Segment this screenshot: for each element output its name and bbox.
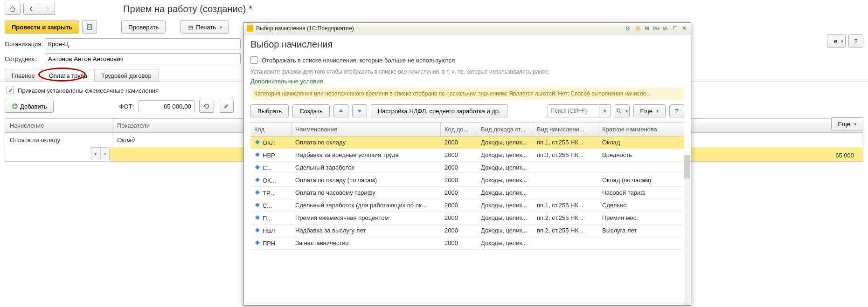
cell-kod: 2000 xyxy=(441,225,477,237)
col-accrual[interactable]: Начисление xyxy=(5,119,112,132)
svg-rect-1 xyxy=(88,27,91,29)
open-button[interactable]: ▫ xyxy=(100,147,110,160)
cell-kn: Оклад xyxy=(598,136,684,149)
list-item[interactable]: С...Сдельный заработок (для работающих п… xyxy=(250,199,684,212)
item-icon xyxy=(254,177,261,183)
create-button[interactable]: Создать xyxy=(292,104,329,117)
cell-kod: 2000 xyxy=(441,174,477,186)
emp-label: Сотрудник: xyxy=(5,55,45,62)
show-unused-checkbox[interactable] xyxy=(250,56,258,64)
cell-name: Премия ежемесячная процентом xyxy=(292,212,441,224)
amount-value: 65 000 xyxy=(835,152,854,159)
tab-pay[interactable]: Оплата труда xyxy=(42,69,94,82)
move-up-button[interactable] xyxy=(333,104,348,117)
move-down-button[interactable] xyxy=(352,104,367,117)
find-dropdown[interactable] xyxy=(615,104,630,117)
cell-vid: Доходы, целик... xyxy=(477,136,533,149)
col-kod[interactable]: Код до... xyxy=(441,123,477,136)
col-kn[interactable]: Краткое наименова xyxy=(598,123,684,136)
list-item[interactable]: ОК...Оплата по окладу (по часам)2000Дохо… xyxy=(250,174,684,187)
cell-kod: 2000 xyxy=(441,212,477,224)
close-icon[interactable]: ✕ xyxy=(681,25,688,32)
cell-name: Сдельный заработок xyxy=(292,162,441,174)
svg-rect-2 xyxy=(89,25,91,27)
cell-vn: пп.2, ст.255 НК... xyxy=(533,225,598,237)
calc2-icon[interactable]: ⊞ xyxy=(634,25,641,32)
cell-name: Надбавка за выслугу лет xyxy=(292,225,441,237)
list-item[interactable]: НВРНадбавка за вредные условия труда2000… xyxy=(250,149,684,162)
refresh-button[interactable] xyxy=(199,100,214,113)
cell-name: Оплата по окладу xyxy=(292,136,441,149)
home-button[interactable] xyxy=(5,3,21,15)
list-item[interactable]: С...Сдельный заработок2000Доходы, целик.… xyxy=(250,162,684,174)
grid-more-button[interactable]: Еще xyxy=(831,117,863,130)
col-vn[interactable]: Вид начислени... xyxy=(533,123,598,136)
m-button[interactable]: M xyxy=(643,25,651,32)
config-button[interactable]: Настройка НДФЛ, среднего заработка и др. xyxy=(371,104,507,117)
save-button[interactable] xyxy=(82,20,97,34)
back-button[interactable] xyxy=(23,3,39,15)
forward-button[interactable] xyxy=(39,3,55,15)
select-button[interactable]: Выбрать xyxy=(250,104,289,117)
cell-name: Оплата по окладу (по часам) xyxy=(292,174,441,186)
dlg-help-button[interactable]: ? xyxy=(669,104,684,117)
add-button[interactable]: Добавить xyxy=(5,100,54,113)
monthly-accruals-label: Приказом установлены ежемесячные начисле… xyxy=(18,87,159,94)
fot-input[interactable] xyxy=(139,100,194,112)
col-vid[interactable]: Вид дохода ст... xyxy=(477,123,533,136)
print-label: Печать xyxy=(196,24,216,31)
scrollbar[interactable] xyxy=(684,155,690,305)
maximize-icon[interactable]: ☐ xyxy=(671,25,679,32)
tab-contract[interactable]: Трудовой договор xyxy=(94,69,159,82)
cell-code: НВЛ xyxy=(263,227,275,234)
cell-kod: 2000 xyxy=(441,162,477,174)
search-clear-button[interactable]: × xyxy=(599,104,611,117)
cell-kn: Оклад (по часам) xyxy=(598,174,684,186)
dlg-more-button[interactable]: Еще xyxy=(633,104,666,117)
dropdown-arrow-button[interactable]: ▾ xyxy=(91,147,100,160)
calc1-icon[interactable]: ⊞ xyxy=(625,25,632,32)
post-and-close-button[interactable]: Провести и закрыть xyxy=(5,20,79,34)
emp-input[interactable] xyxy=(45,53,241,64)
cell-vn: пп.1, ст.255 НК... xyxy=(533,136,598,149)
cell-code: ОК... xyxy=(263,177,276,184)
cell-kod: 2000 xyxy=(441,149,477,161)
top-help-button[interactable]: ? xyxy=(848,34,863,48)
cell-vid: Доходы, целик... xyxy=(477,199,533,211)
extra-conditions-link[interactable]: Дополнительные условия xyxy=(250,78,684,85)
cell-name: За наставничество xyxy=(292,237,441,249)
dialog-title: Выбор начисления (1С:Предприятие) xyxy=(256,25,354,32)
top-more-dropdown[interactable]: е xyxy=(827,34,846,48)
search-input[interactable] xyxy=(548,104,599,117)
show-unused-label: Отображать в списке начисления, которые … xyxy=(262,57,455,64)
add-label: Добавить xyxy=(20,103,47,110)
list-item[interactable]: НВЛНадбавка за выслугу лет2000Доходы, це… xyxy=(250,225,684,237)
accrual-list: Код Наименование Код до... Вид дохода ст… xyxy=(250,122,684,250)
list-item[interactable]: ТР...Оплата по часовому тарифу2000Доходы… xyxy=(250,187,684,199)
item-icon xyxy=(254,151,261,158)
print-button[interactable]: Печать xyxy=(181,20,229,34)
list-item[interactable]: П...Премия ежемесячная процентом2000Дохо… xyxy=(250,212,684,225)
cell-name: Сдельный заработок (для работающих по ок… xyxy=(292,199,441,211)
cell-vn: пп.1, ст.255 НК... xyxy=(533,199,598,211)
col-name[interactable]: Наименование xyxy=(292,123,441,136)
col-code[interactable]: Код xyxy=(250,123,292,136)
org-input[interactable] xyxy=(45,38,241,49)
m-minus-button[interactable]: M- xyxy=(662,25,669,32)
cell-code: ПРН xyxy=(263,240,275,247)
cell-kod: 2000 xyxy=(441,136,477,149)
cell-kn: Сдельно xyxy=(598,199,684,211)
list-item[interactable]: ОКЛОплата по окладу2000Доходы, целик...п… xyxy=(250,136,684,149)
item-icon xyxy=(254,202,261,208)
cell-vn xyxy=(533,162,598,174)
monthly-accruals-checkbox[interactable] xyxy=(7,87,14,94)
cell-vid: Доходы, целик... xyxy=(477,162,533,174)
check-button[interactable]: Проверить xyxy=(121,20,166,34)
m-plus-button[interactable]: M+ xyxy=(653,25,660,32)
page-title: Прием на работу (создание) * xyxy=(123,4,252,14)
list-item[interactable]: ПРНЗа наставничество2000Доходы, целик... xyxy=(250,237,684,250)
filter-text: Категория начисления или неоплаченного в… xyxy=(250,88,684,100)
cell-vid: Доходы, целик... xyxy=(477,237,533,249)
tab-main[interactable]: Главное xyxy=(5,69,42,82)
edit-button[interactable] xyxy=(219,100,234,113)
